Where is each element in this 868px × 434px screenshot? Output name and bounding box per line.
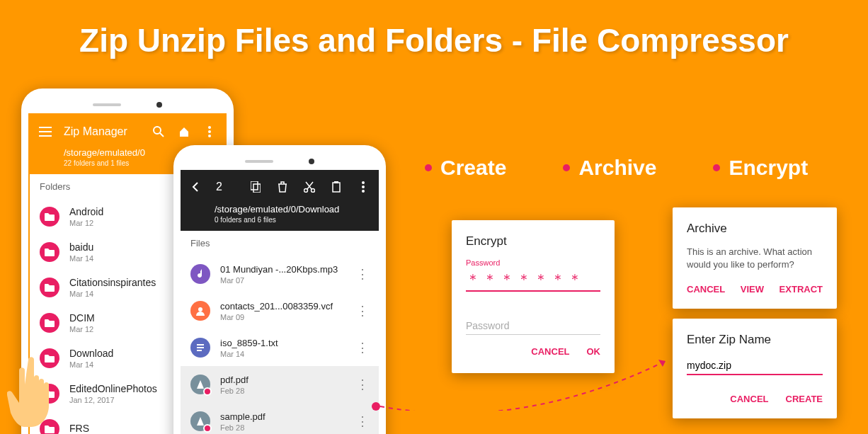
svg-point-6 bbox=[304, 189, 308, 193]
main-title: Zip Unzip Files and Folders - File Compr… bbox=[0, 21, 868, 59]
extract-button[interactable]: EXTRACT bbox=[780, 284, 823, 295]
view-button[interactable]: VIEW bbox=[741, 284, 764, 295]
file-item[interactable]: contacts_201...0083359.vcfMar 09 ⋮ bbox=[181, 292, 379, 329]
zipname-dialog: Enter Zip Name CANCEL CREATE bbox=[673, 319, 837, 418]
svg-point-7 bbox=[312, 189, 315, 193]
dialog-title: Enter Zip Name bbox=[687, 333, 823, 347]
back-icon[interactable] bbox=[189, 180, 203, 194]
svg-point-11 bbox=[362, 185, 365, 188]
cut-icon[interactable] bbox=[302, 180, 316, 194]
svg-rect-8 bbox=[333, 183, 340, 192]
zipname-input[interactable] bbox=[687, 357, 823, 375]
feature-encrypt: Encrypt bbox=[713, 156, 808, 180]
app-title: Zip Manager bbox=[64, 125, 140, 138]
item-menu-icon[interactable]: ⋮ bbox=[356, 266, 369, 282]
file-date: Mar 14 bbox=[220, 350, 346, 358]
file-list: 01 Mundiyan -...20Kbps.mp3Mar 07 ⋮ conta… bbox=[181, 256, 379, 434]
folder-icon bbox=[40, 242, 59, 262]
hand-pointer-icon bbox=[7, 353, 57, 434]
subinfo-text: 0 folders and 6 files bbox=[215, 216, 370, 224]
feature-label: Archive bbox=[578, 156, 656, 180]
svg-rect-9 bbox=[334, 181, 338, 183]
section-header: Files bbox=[181, 231, 379, 256]
cancel-button[interactable]: CANCEL bbox=[730, 394, 768, 404]
dialog-title: Archive bbox=[687, 222, 823, 236]
file-name: contacts_201...0083359.vcf bbox=[220, 301, 346, 312]
file-date: Feb 28 bbox=[220, 423, 346, 432]
svg-point-0 bbox=[154, 127, 161, 134]
feature-create: Create bbox=[425, 156, 506, 180]
phone-screen: 2 /storage/emulated/0/Download bbox=[181, 170, 379, 434]
item-menu-icon[interactable]: ⋮ bbox=[356, 303, 369, 319]
file-date: Mar 09 bbox=[220, 313, 346, 321]
copy-icon[interactable] bbox=[249, 180, 263, 194]
file-item[interactable]: sample.pdfFeb 28 ⋮ bbox=[181, 403, 379, 434]
item-menu-icon[interactable]: ⋮ bbox=[356, 340, 369, 355]
more-icon[interactable] bbox=[202, 125, 217, 139]
file-name: iso_8859-1.txt bbox=[220, 338, 346, 348]
svg-point-3 bbox=[208, 135, 211, 137]
selected-badge-icon bbox=[203, 424, 212, 433]
svg-point-10 bbox=[362, 181, 365, 184]
bullet-icon bbox=[563, 164, 570, 171]
music-icon bbox=[190, 264, 210, 284]
svg-point-12 bbox=[362, 190, 365, 193]
file-item[interactable]: 01 Mundiyan -...20Kbps.mp3Mar 07 ⋮ bbox=[181, 256, 379, 292]
delete-icon[interactable] bbox=[275, 180, 290, 194]
paste-icon[interactable] bbox=[329, 180, 343, 194]
selected-badge-icon bbox=[203, 387, 212, 396]
path-text: /storage/emulated/0/Download bbox=[215, 204, 370, 215]
file-item[interactable]: iso_8859-1.txtMar 14 ⋮ bbox=[181, 329, 379, 366]
text-icon bbox=[190, 338, 210, 358]
folder-icon bbox=[40, 207, 59, 227]
selection-count: 2 bbox=[216, 181, 236, 193]
password-value[interactable]: ＊＊＊＊＊＊＊ bbox=[466, 268, 600, 292]
bullet-icon bbox=[425, 164, 432, 171]
phone-notch bbox=[181, 152, 379, 170]
bullet-icon bbox=[713, 164, 720, 171]
file-name: pdf.pdf bbox=[220, 375, 346, 385]
pdf-icon bbox=[190, 411, 210, 431]
dialog-title: Encrypt bbox=[466, 234, 600, 249]
contact-icon bbox=[190, 301, 210, 321]
file-date: Mar 07 bbox=[220, 276, 346, 285]
phone-mockup-2: 2 /storage/emulated/0/Download bbox=[173, 145, 386, 434]
feature-labels: Create Archive Encrypt bbox=[425, 156, 808, 180]
file-item[interactable]: pdf.pdfFeb 28 ⋮ bbox=[181, 366, 379, 403]
create-button[interactable]: CREATE bbox=[786, 394, 823, 404]
folder-icon bbox=[40, 278, 59, 297]
item-menu-icon[interactable]: ⋮ bbox=[356, 377, 369, 392]
password-confirm-field[interactable]: Password bbox=[466, 317, 600, 335]
svg-rect-4 bbox=[251, 181, 258, 190]
phone-notch bbox=[28, 96, 227, 113]
svg-point-14 bbox=[372, 402, 380, 411]
svg-point-2 bbox=[208, 130, 211, 133]
search-icon[interactable] bbox=[152, 125, 166, 139]
home-icon[interactable] bbox=[177, 125, 191, 139]
encrypt-dialog: Encrypt Password ＊＊＊＊＊＊＊ Password CANCEL… bbox=[452, 220, 615, 373]
svg-point-1 bbox=[208, 126, 211, 129]
selection-appbar: 2 /storage/emulated/0/Download bbox=[181, 170, 379, 231]
menu-icon[interactable] bbox=[38, 125, 52, 139]
svg-point-13 bbox=[198, 307, 202, 312]
svg-rect-5 bbox=[253, 184, 261, 193]
file-date: Feb 28 bbox=[220, 387, 346, 395]
pdf-icon bbox=[190, 375, 210, 394]
feature-label: Encrypt bbox=[729, 156, 808, 180]
more-icon[interactable] bbox=[356, 180, 370, 194]
folder-icon bbox=[40, 313, 59, 333]
file-name: 01 Mundiyan -...20Kbps.mp3 bbox=[220, 264, 346, 275]
feature-label: Create bbox=[440, 156, 506, 180]
archive-dialog: Archive This is an archive. What action … bbox=[673, 207, 837, 309]
ok-button[interactable]: OK bbox=[587, 346, 601, 357]
file-name: sample.pdf bbox=[220, 411, 346, 422]
cancel-button[interactable]: CANCEL bbox=[531, 346, 569, 357]
dialog-text: This is an archive. What action would yo… bbox=[687, 246, 823, 271]
item-menu-icon[interactable]: ⋮ bbox=[356, 413, 369, 429]
password-label: Password bbox=[466, 258, 600, 267]
feature-archive: Archive bbox=[563, 156, 656, 180]
cancel-button[interactable]: CANCEL bbox=[687, 284, 725, 295]
